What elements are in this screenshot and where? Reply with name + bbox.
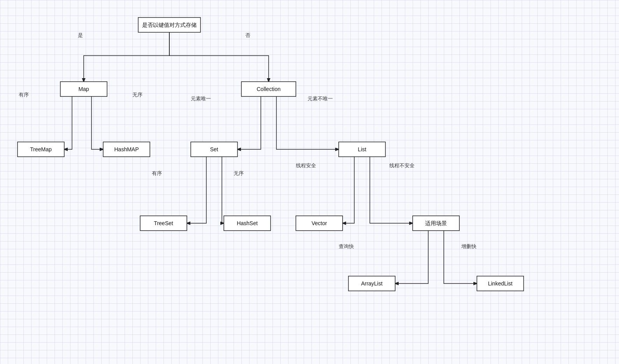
svg-text:有序: 有序 [152,170,162,176]
svg-text:TreeSet: TreeSet [154,220,173,226]
svg-text:是否以键值对方式存储: 是否以键值对方式存储 [142,22,197,28]
svg-text:增删快: 增删快 [461,243,477,249]
svg-text:线程不安全: 线程不安全 [389,163,415,168]
svg-text:有序: 有序 [19,92,29,98]
svg-text:TreeMap: TreeMap [30,146,52,152]
svg-text:Vector: Vector [311,220,327,226]
svg-text:是: 是 [78,32,83,38]
svg-text:查询快: 查询快 [339,243,354,249]
svg-text:Map: Map [78,86,89,92]
svg-text:线程安全: 线程安全 [296,163,316,168]
svg-text:Set: Set [210,146,218,152]
svg-text:Collection: Collection [257,86,280,92]
svg-text:元素唯一: 元素唯一 [191,96,211,102]
diagram-svg: 是否有序无序元素唯一元素不唯一有序无序线程安全线程不安全查询快增删快是否以键值对… [0,0,619,364]
svg-text:元素不唯一: 元素不唯一 [308,96,333,102]
svg-text:无序: 无序 [132,92,142,98]
svg-text:List: List [358,146,366,152]
svg-text:HashSet: HashSet [237,220,258,226]
svg-text:ArrayList: ArrayList [361,280,382,287]
svg-text:无序: 无序 [234,170,244,176]
svg-text:否: 否 [245,32,250,38]
svg-text:HashMAP: HashMAP [114,146,139,152]
svg-text:LinkedList: LinkedList [488,280,512,287]
svg-text:适用场景: 适用场景 [425,220,447,226]
diagram-container: 是否有序无序元素唯一元素不唯一有序无序线程安全线程不安全查询快增删快是否以键值对… [0,0,619,364]
